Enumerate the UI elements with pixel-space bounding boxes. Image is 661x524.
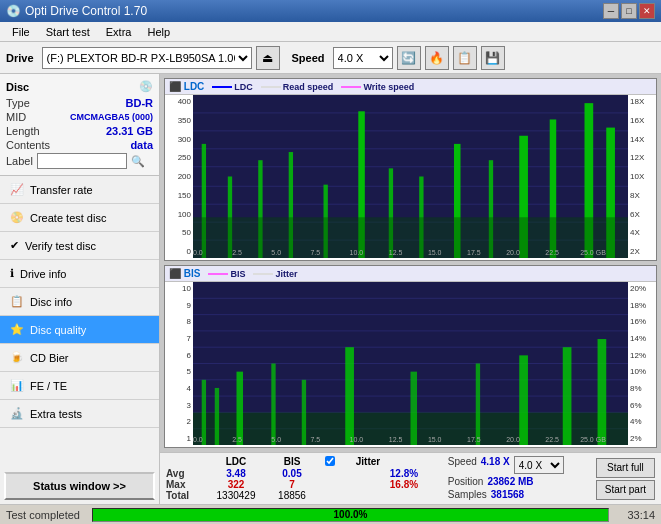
label-icon[interactable]: 🔍 bbox=[131, 155, 145, 168]
stats-avg-row: Avg 3.48 0.05 12.8% bbox=[166, 468, 440, 479]
speed-select[interactable]: 4.0 X bbox=[333, 47, 393, 69]
toolbar: Drive (F:) PLEXTOR BD-R PX-LB950SA 1.06 … bbox=[0, 42, 661, 74]
bis-chart-area: 0.0 2.5 5.0 7.5 10.0 12.5 15.0 17.5 20.0… bbox=[193, 282, 628, 445]
maximize-button[interactable]: □ bbox=[621, 3, 637, 19]
stats-max-label: Max bbox=[166, 479, 206, 490]
sidebar-item-fe-te[interactable]: 📊 FE / TE bbox=[0, 372, 159, 400]
stats-empty-header bbox=[166, 456, 206, 468]
sidebar-item-drive-info[interactable]: ℹ Drive info bbox=[0, 260, 159, 288]
menu-file[interactable]: File bbox=[4, 24, 38, 40]
start-part-button[interactable]: Start part bbox=[596, 480, 655, 500]
drive-select[interactable]: (F:) PLEXTOR BD-R PX-LB950SA 1.06 bbox=[42, 47, 252, 69]
svg-rect-46 bbox=[237, 372, 244, 445]
ldc-legend-write-color bbox=[341, 86, 361, 88]
close-button[interactable]: ✕ bbox=[639, 3, 655, 19]
ldc-legend-read-color bbox=[261, 86, 281, 88]
save-button[interactable]: 💾 bbox=[481, 46, 505, 70]
disc-mid-value: CMCMAGBA5 (000) bbox=[70, 112, 153, 122]
stats-max-jitter: 16.8% bbox=[378, 479, 430, 490]
svg-text:25.0 GB: 25.0 GB bbox=[580, 436, 606, 443]
sidebar-item-extra-tests[interactable]: 🔬 Extra tests bbox=[0, 400, 159, 428]
bis-chart-svg: 0.0 2.5 5.0 7.5 10.0 12.5 15.0 17.5 20.0… bbox=[193, 282, 628, 445]
stats-ldc-header: LDC bbox=[210, 456, 262, 468]
ldc-y-axis-left: 400 350 300 250 200 150 100 50 0 bbox=[165, 95, 193, 258]
stats-max-ldc: 322 bbox=[210, 479, 262, 490]
disc-info-icon: 📋 bbox=[10, 295, 24, 308]
burn-button[interactable]: 🔥 bbox=[425, 46, 449, 70]
sidebar-item-disc-quality[interactable]: ⭐ Disc quality bbox=[0, 316, 159, 344]
disc-quality-icon: ⭐ bbox=[10, 323, 24, 336]
extra-tests-icon: 🔬 bbox=[10, 407, 24, 420]
main-content: Disc 💿 Type BD-R MID CMCMAGBA5 (000) Len… bbox=[0, 74, 661, 504]
disc-mid-key: MID bbox=[6, 111, 26, 123]
svg-rect-22 bbox=[193, 217, 628, 258]
svg-text:5.0: 5.0 bbox=[271, 436, 281, 443]
stats-max-row: Max 322 7 16.8% bbox=[166, 479, 440, 490]
disc-mid-row: MID CMCMAGBA5 (000) bbox=[6, 111, 153, 123]
app-title: Opti Drive Control 1.70 bbox=[25, 4, 147, 18]
stats-jitter-header: Jitter bbox=[342, 456, 394, 468]
sidebar-item-label-disc-info: Disc info bbox=[30, 296, 72, 308]
position-value: 23862 MB bbox=[487, 476, 533, 487]
stats-check-col bbox=[322, 456, 338, 468]
fe-te-icon: 📊 bbox=[10, 379, 24, 392]
bis-chart-box: ⬛ BIS BIS Jitter 10 9 8 7 bbox=[164, 265, 657, 448]
jitter-checkbox[interactable] bbox=[325, 456, 335, 466]
sidebar-item-label-verify-test-disc: Verify test disc bbox=[25, 240, 96, 252]
samples-value: 381568 bbox=[491, 489, 524, 500]
sidebar-item-label-drive-info: Drive info bbox=[20, 268, 66, 280]
bis-y-axis-left: 10 9 8 7 6 5 4 3 2 1 bbox=[165, 282, 193, 445]
eject-button[interactable]: ⏏ bbox=[256, 46, 280, 70]
stats-avg-ldc: 3.48 bbox=[210, 468, 262, 479]
bis-legend-jitter-color bbox=[253, 273, 273, 275]
stats-avg-bis: 0.05 bbox=[266, 468, 318, 479]
stats-table: LDC BIS Jitter Avg 3.48 0.05 12.8% Max bbox=[166, 456, 440, 501]
speed-current-value: 4.18 X bbox=[481, 456, 510, 474]
ldc-chart-title: ⬛ LDC LDC Read speed Write speed bbox=[165, 79, 656, 95]
menu-help[interactable]: Help bbox=[139, 24, 178, 40]
progress-percent: 100.0% bbox=[334, 509, 368, 520]
sidebar-item-cd-bier[interactable]: 🍺 CD Bier bbox=[0, 344, 159, 372]
minimize-button[interactable]: ─ bbox=[603, 3, 619, 19]
progress-time: 33:14 bbox=[615, 509, 655, 521]
svg-text:15.0: 15.0 bbox=[428, 249, 442, 256]
start-full-button[interactable]: Start full bbox=[596, 458, 655, 478]
stats-header-row: LDC BIS Jitter bbox=[166, 456, 440, 468]
ldc-chart-area: 0.0 2.5 5.0 7.5 10.0 12.5 15.0 17.5 20.0… bbox=[193, 95, 628, 258]
sidebar-item-label-create-test-disc: Create test disc bbox=[30, 212, 106, 224]
info-button[interactable]: 📋 bbox=[453, 46, 477, 70]
svg-rect-49 bbox=[345, 347, 354, 445]
disc-type-row: Type BD-R bbox=[6, 97, 153, 109]
status-window-button[interactable]: Status window >> bbox=[4, 472, 155, 500]
sidebar-item-label-fe-te: FE / TE bbox=[30, 380, 67, 392]
nav-items: 📈 Transfer rate 📀 Create test disc ✔ Ver… bbox=[0, 176, 159, 468]
progress-bar-fill: 100.0% bbox=[93, 509, 608, 521]
status-text: Test completed bbox=[6, 509, 86, 521]
sidebar-item-verify-test-disc[interactable]: ✔ Verify test disc bbox=[0, 232, 159, 260]
menu-extra[interactable]: Extra bbox=[98, 24, 140, 40]
sidebar-item-label-extra-tests: Extra tests bbox=[30, 408, 82, 420]
refresh-button[interactable]: 🔄 bbox=[397, 46, 421, 70]
disc-label-input[interactable] bbox=[37, 153, 127, 169]
drive-info-icon: ℹ bbox=[10, 267, 14, 280]
svg-text:15.0: 15.0 bbox=[428, 436, 442, 443]
stats-speed-select[interactable]: 4.0 X bbox=[514, 456, 564, 474]
disc-label-row: Label 🔍 bbox=[6, 153, 153, 169]
svg-rect-54 bbox=[598, 339, 607, 445]
stats-total-blank2 bbox=[378, 490, 430, 501]
cd-bier-icon: 🍺 bbox=[10, 351, 24, 364]
bis-legend-jitter: Jitter bbox=[253, 269, 297, 279]
menu-start-test[interactable]: Start test bbox=[38, 24, 98, 40]
stats-avg-label: Avg bbox=[166, 468, 206, 479]
stats-max-bis: 7 bbox=[266, 479, 318, 490]
sidebar-item-disc-info[interactable]: 📋 Disc info bbox=[0, 288, 159, 316]
ldc-chart-inner: 400 350 300 250 200 150 100 50 0 bbox=[165, 95, 656, 258]
create-test-disc-icon: 📀 bbox=[10, 211, 24, 224]
disc-label-key: Label bbox=[6, 155, 33, 167]
sidebar-item-create-test-disc[interactable]: 📀 Create test disc bbox=[0, 204, 159, 232]
ldc-chart-box: ⬛ LDC LDC Read speed Write speed bbox=[164, 78, 657, 261]
speed-label: Speed bbox=[292, 52, 325, 64]
sidebar-item-transfer-rate[interactable]: 📈 Transfer rate bbox=[0, 176, 159, 204]
transfer-rate-icon: 📈 bbox=[10, 183, 24, 196]
svg-text:10.0: 10.0 bbox=[350, 249, 364, 256]
